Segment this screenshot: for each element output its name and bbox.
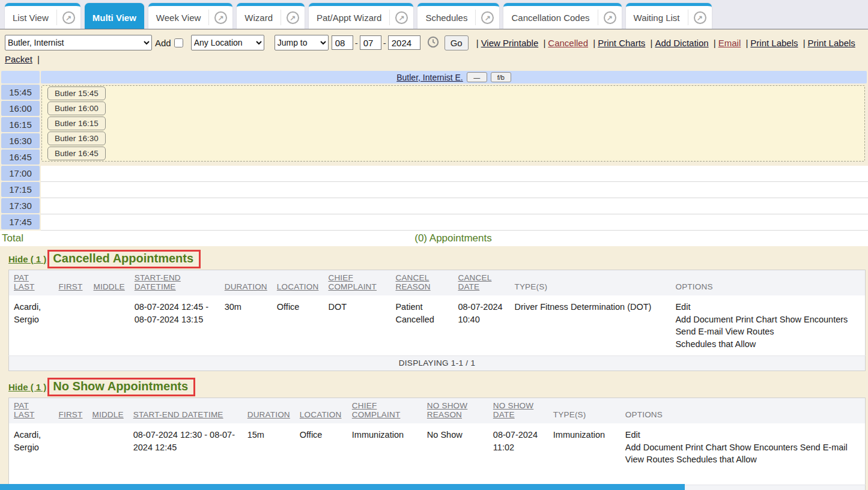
email-link[interactable]: Email — [718, 38, 741, 48]
col-types: TYPE(S) — [509, 270, 670, 296]
schedule-row-17-15[interactable] — [41, 182, 868, 198]
provider-schedule-column: Butler 15:45 Butler 16:00 Butler 16:15 B… — [41, 85, 868, 231]
print-labels-packet-link[interactable]: Packet — [5, 54, 32, 64]
jump-to-select[interactable]: Jump to — [275, 35, 329, 50]
cancelled-appointment-row: Acardi, Sergio 08-07-2024 12:45 - 08-07-… — [9, 295, 866, 356]
minimize-column-button[interactable]: — — [467, 72, 487, 82]
row-actions[interactable]: Send E-mail View Routes — [675, 325, 860, 338]
duration-cell: 15m — [243, 423, 295, 471]
schedule-row-17-45[interactable] — [41, 214, 868, 231]
sort-middle[interactable]: MIDDLE — [89, 270, 130, 296]
datetime-cell: 08-07-2024 12:30 - 08-07-2024 12:45 — [129, 423, 243, 471]
date-day-input[interactable] — [360, 35, 381, 50]
toolbar: Butler, Internist Add Any Location Jump … — [0, 29, 868, 65]
tab-week-view[interactable]: Week View ↗ — [148, 3, 232, 29]
row-actions[interactable]: Add Document Print Chart Show Encounters… — [625, 441, 860, 454]
no-show-appointments-section: Hide ( 1 ) No Show Appointments PAT LAST… — [8, 378, 866, 490]
bookable-zone: Butler 15:45 Butler 16:00 Butler 16:15 B… — [41, 85, 868, 166]
sort-location[interactable]: LOCATION — [272, 270, 324, 296]
print-labels-packet-link[interactable]: Print Labels — [808, 38, 855, 48]
cancelled-appointments-table: PAT LAST FIRST MIDDLE START-END DATETIME… — [8, 270, 866, 371]
noshow-date-cell: 08-07-2024 11:02 — [488, 423, 548, 471]
provider-header-link[interactable]: Butler, Internist E. — [396, 73, 463, 82]
open-new-window-icon[interactable]: ↗ — [604, 11, 616, 24]
sort-duration[interactable]: DURATION — [243, 398, 295, 424]
add-dictation-link[interactable]: Add Dictation — [655, 38, 708, 48]
open-new-window-icon[interactable]: ↗ — [214, 11, 227, 24]
open-new-window-icon[interactable]: ↗ — [62, 11, 75, 24]
sort-middle[interactable]: MIDDLE — [88, 398, 129, 424]
open-new-window-icon[interactable]: ↗ — [395, 11, 408, 24]
row-actions[interactable]: Add Document Print Chart Show Encounters — [675, 313, 860, 326]
date-year-input[interactable] — [388, 35, 420, 50]
annotation-highlight-box: No Show Appointments — [47, 378, 195, 396]
sort-start-end-datetime[interactable]: START-END DATETIME — [130, 270, 220, 296]
options-cell: Edit Add Document Print Chart Show Encou… — [670, 295, 865, 356]
slot-button[interactable]: Butler 16:30 — [47, 132, 106, 145]
open-new-window-icon[interactable]: ↗ — [287, 11, 299, 24]
no-show-appointments-table: PAT LAST FIRST MIDDLE START-END DATETIME… — [8, 398, 866, 490]
time-label: 17:30 — [1, 198, 40, 213]
view-printable-link[interactable]: View Printable — [481, 38, 539, 48]
total-label: Total — [0, 232, 38, 244]
schedule-row-17-00[interactable] — [41, 166, 868, 182]
tab-waiting-list[interactable]: Waiting List ↗ — [626, 3, 712, 29]
sort-pat-last[interactable]: PAT LAST — [9, 398, 54, 424]
hide-cancelled-link[interactable]: Hide ( 1 ) — [8, 254, 46, 264]
time-label: 17:45 — [1, 214, 40, 229]
sort-first[interactable]: FIRST — [54, 270, 89, 296]
provider-column-header: Butler, Internist E. — f/b — [41, 71, 867, 83]
cancel-date-cell: 08-07-2024 10:40 — [453, 295, 509, 356]
print-charts-link[interactable]: Print Charts — [598, 38, 645, 48]
sort-pat-last[interactable]: PAT LAST — [9, 270, 54, 296]
edit-action[interactable]: Edit — [675, 301, 860, 313]
hide-noshow-link[interactable]: Hide ( 1 ) — [8, 382, 46, 392]
sort-location[interactable]: LOCATION — [295, 398, 347, 424]
sort-start-end-datetime[interactable]: START-END DATETIME — [129, 398, 243, 424]
print-labels-link[interactable]: Print Labels — [750, 38, 798, 48]
go-button[interactable]: Go — [445, 35, 469, 50]
date-month-input[interactable] — [332, 35, 353, 50]
tab-wizard[interactable]: Wizard ↗ — [237, 3, 305, 29]
sort-cancel-date[interactable]: CANCEL DATE — [453, 270, 509, 296]
bottom-bar — [0, 484, 685, 490]
schedule-row-17-30[interactable] — [41, 198, 868, 214]
first-cell — [54, 295, 89, 356]
tab-pat-appt-wizard[interactable]: Pat/Appt Wizard ↗ — [309, 3, 413, 29]
edit-action[interactable]: Edit — [625, 429, 860, 441]
sort-noshow-date[interactable]: NO SHOW DATE — [488, 398, 548, 424]
slot-button[interactable]: Butler 16:45 — [47, 147, 106, 160]
sort-noshow-reason[interactable]: NO SHOW REASON — [422, 398, 488, 424]
displaying-count: DISPLAYING 1-1 / 1 — [9, 356, 866, 371]
slot-button[interactable]: Butler 16:00 — [47, 101, 106, 115]
provider-select[interactable]: Butler, Internist — [5, 35, 152, 50]
slot-button[interactable]: Butler 15:45 — [47, 86, 106, 100]
slot-button[interactable]: Butler 16:15 — [47, 116, 106, 130]
fb-button[interactable]: f/b — [491, 72, 511, 82]
sort-chief-complaint[interactable]: CHIEF COMPLAINT — [323, 270, 390, 296]
open-new-window-icon[interactable]: ↗ — [694, 11, 706, 24]
tab-multi-view[interactable]: Multi View — [85, 3, 144, 29]
tab-cancellation-codes[interactable]: Cancellation Codes ↗ — [503, 3, 621, 29]
row-actions[interactable]: Schedules that Allow — [675, 338, 860, 351]
sort-duration[interactable]: DURATION — [220, 270, 272, 296]
col-options: OPTIONS — [621, 398, 866, 424]
open-new-window-icon[interactable]: ↗ — [481, 11, 494, 24]
clock-icon[interactable] — [427, 36, 439, 50]
time-column-corner — [1, 71, 40, 83]
cancel-reason-cell: Patient Cancelled — [390, 295, 453, 356]
location-cell: Office — [272, 295, 324, 356]
appointments-count: (0) Appointments — [38, 232, 868, 244]
sort-first[interactable]: FIRST — [54, 398, 88, 424]
sort-chief-complaint[interactable]: CHIEF COMPLAINT — [347, 398, 422, 424]
location-select[interactable]: Any Location — [191, 35, 264, 50]
tab-list-view[interactable]: List View ↗ — [5, 3, 80, 29]
tab-schedules[interactable]: Schedules ↗ — [417, 3, 499, 29]
row-actions[interactable]: View Routes Schedules that Allow — [625, 453, 860, 466]
cancelled-link[interactable]: Cancelled — [548, 38, 588, 48]
sort-cancel-reason[interactable]: CANCEL REASON — [390, 270, 453, 296]
noshow-table-header-row: PAT LAST FIRST MIDDLE START-END DATETIME… — [9, 398, 866, 424]
location-cell: Office — [295, 423, 347, 471]
add-checkbox[interactable] — [174, 38, 183, 47]
col-options: OPTIONS — [670, 270, 865, 296]
